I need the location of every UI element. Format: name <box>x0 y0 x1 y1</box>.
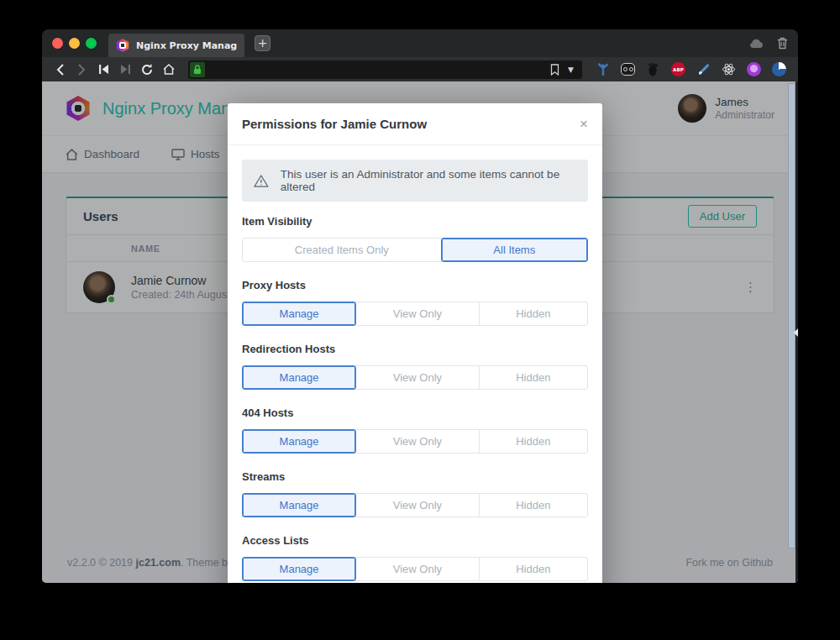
extension-purple-circle-icon[interactable] <box>747 62 761 76</box>
browser-window: Nginx Proxy Manager + <box>42 29 798 583</box>
browser-toolbar: ▼ ABP <box>42 57 798 81</box>
permission-button-group: ManageView OnlyHidden <box>242 557 588 581</box>
browser-tab[interactable]: Nginx Proxy Manager <box>108 34 244 57</box>
permission-option-button[interactable]: Manage <box>242 557 356 581</box>
permission-section-label: Proxy Hosts <box>242 279 588 295</box>
permission-option-button[interactable]: View Only <box>355 365 479 390</box>
extension-blue-circle-icon[interactable] <box>772 62 786 76</box>
permission-option-button[interactable]: Manage <box>242 365 356 390</box>
permission-sections: Item VisibilityCreated Items OnlyAll Ite… <box>242 215 588 581</box>
permission-section-label: Access Lists <box>242 534 588 550</box>
bookmark-icon[interactable] <box>550 64 559 76</box>
permission-section-label: Redirection Hosts <box>242 343 588 359</box>
close-icon[interactable]: × <box>580 117 588 131</box>
permission-section-label: 404 Hosts <box>242 407 588 422</box>
tab-title: Nginx Proxy Manager <box>136 40 237 51</box>
admin-alert: This user is an Administrator and some i… <box>242 160 588 202</box>
permissions-modal: Permissions for Jamie Curnow × This user… <box>228 103 602 583</box>
sync-cloud-icon[interactable] <box>748 39 764 49</box>
permission-section-label: Streams <box>242 470 588 486</box>
page-content: Nginx Proxy Manager James Administrator … <box>42 81 798 583</box>
address-bar[interactable]: ▼ <box>188 60 582 79</box>
permission-option-button[interactable]: All Items <box>441 238 588 262</box>
extension-gnome-foot-icon[interactable] <box>646 62 660 76</box>
new-tab-button[interactable]: + <box>255 35 270 51</box>
permission-option-button[interactable]: View Only <box>355 429 479 454</box>
fast-forward-button[interactable] <box>116 60 134 79</box>
permission-option-button[interactable]: View Only <box>355 557 479 581</box>
extension-blue-person-icon[interactable] <box>596 62 610 76</box>
modal-body: This user is an Administrator and some i… <box>228 145 602 583</box>
desktop-background: Nginx Proxy Manager + <box>0 0 840 640</box>
modal-header: Permissions for Jamie Curnow × <box>228 103 602 145</box>
permission-button-group: ManageView OnlyHidden <box>242 302 588 326</box>
extensions-row: ABP <box>592 62 790 76</box>
permission-option-button[interactable]: View Only <box>355 302 479 326</box>
panel-toggle-arrow-icon[interactable] <box>794 328 798 337</box>
browser-tab-bar: Nginx Proxy Manager + <box>42 29 798 57</box>
admin-alert-text: This user is an Administrator and some i… <box>281 168 576 193</box>
permission-button-group: ManageView OnlyHidden <box>242 429 588 454</box>
permission-option-button[interactable]: Manage <box>242 302 356 326</box>
page-scrollbar[interactable] <box>788 83 795 548</box>
permission-option-button[interactable]: Manage <box>242 493 356 517</box>
warning-triangle-icon <box>254 174 269 188</box>
permission-option-button[interactable]: View Only <box>355 493 479 517</box>
https-lock-icon[interactable] <box>190 62 205 77</box>
permission-option-button[interactable]: Hidden <box>479 302 588 326</box>
permission-option-button[interactable]: Manage <box>242 429 356 454</box>
close-window-button[interactable] <box>52 38 63 49</box>
bookmark-dropdown-caret-icon[interactable]: ▼ <box>568 66 574 74</box>
permission-option-button[interactable]: Hidden <box>479 557 588 581</box>
forward-button[interactable] <box>72 60 91 79</box>
extension-pen-icon[interactable] <box>696 62 711 76</box>
favicon-nginx-proxy-manager <box>116 39 129 52</box>
extension-robot-eyes-icon[interactable] <box>621 63 635 76</box>
home-button[interactable] <box>160 60 178 79</box>
permission-option-button[interactable]: Hidden <box>479 493 588 517</box>
modal-title: Permissions for Jamie Curnow <box>242 117 427 131</box>
permission-option-button[interactable]: Hidden <box>479 429 588 454</box>
permission-button-group: ManageView OnlyHidden <box>242 365 588 390</box>
permission-button-group: Created Items OnlyAll Items <box>242 238 588 262</box>
maximize-window-button[interactable] <box>86 38 97 49</box>
rewind-button[interactable] <box>94 60 113 79</box>
permission-section-label: Item Visibility <box>242 215 588 231</box>
permission-button-group: ManageView OnlyHidden <box>242 493 588 517</box>
extension-adblock-plus-icon[interactable]: ABP <box>671 62 685 76</box>
permission-option-button[interactable]: Created Items Only <box>242 238 442 262</box>
window-controls <box>52 38 97 49</box>
reload-button[interactable] <box>138 60 156 79</box>
trash-icon[interactable] <box>777 37 788 50</box>
permission-option-button[interactable]: Hidden <box>479 365 588 390</box>
extension-atom-icon[interactable] <box>722 62 736 76</box>
back-button[interactable] <box>50 60 69 79</box>
minimize-window-button[interactable] <box>69 38 80 49</box>
